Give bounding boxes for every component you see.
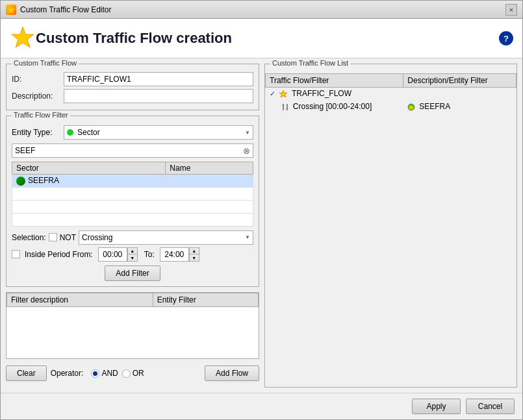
custom-traffic-flow-group: Custom Traffic Flow ID: Description: [6,64,259,110]
action-bar: Apply Cancel [1,393,522,419]
and-radio[interactable]: AND [91,369,118,378]
svg-marker-1 [12,27,34,47]
from-time-input[interactable] [98,247,127,262]
crossing-value: Crossing [82,233,245,242]
not-label: NOT [60,233,76,242]
sector-table: Sector Name SEEFRA [12,162,253,227]
right-col1: Traffic Flow/Filter [266,74,403,88]
filter-row-empty [7,306,259,319]
traffic-flow-body: ✓ TRAFFIC_FLOW [266,88,517,114]
entity-type-arrow: ▼ [245,130,250,136]
and-radio-circle [91,369,99,378]
window-icon [6,5,16,15]
check-icon: ✓ [270,90,275,97]
table-row[interactable]: SEEFRA [12,175,253,188]
crossing-arrow: ▼ [245,234,250,240]
page-title: Custom Traffic Flow creation [36,30,232,47]
flow-name: TRAFFIC_FLOW [292,89,351,98]
period-label: Inside Period From: [25,250,93,259]
operator-radio-group: AND OR [91,369,144,378]
table-row-empty [12,187,253,200]
to-label: To: [144,250,155,259]
entity-type-label: Entity Type: [12,128,64,137]
svg-marker-0 [7,6,16,14]
add-filter-button[interactable]: Add Filter [105,266,160,281]
filter-row-empty4 [7,345,259,358]
search-row: ⊗ [12,143,253,158]
right-col2: Description/Entity Filter [403,74,517,88]
from-time-down[interactable]: ▼ [128,254,137,261]
description-input[interactable] [64,89,253,103]
sector-cell: SEEFRA [12,175,166,188]
or-radio[interactable]: OR [122,369,144,378]
table-row[interactable]: Crossing [00:00-24:00] SEEFRA [266,100,517,113]
flow-row-col1: ✓ TRAFFIC_FLOW [266,88,403,101]
search-input[interactable] [15,146,243,155]
apply-button[interactable]: Apply [412,399,461,414]
add-filter-row: Add Filter [12,266,253,281]
filter-section-title: Traffic Flow Filter [12,111,70,119]
cancel-button[interactable]: Cancel [466,399,515,414]
sector-table-body: SEEFRA [12,175,253,227]
description-label: Description: [12,92,64,101]
id-label: ID: [12,75,64,84]
svg-marker-5 [282,104,285,106]
left-panel: Custom Traffic Flow ID: Description: Tra… [6,64,259,388]
crossing-row-col2: SEEFRA [403,100,517,113]
right-group-title: Custom Traffic Flow List [270,59,350,67]
title-bar: Custom Traffic Flow Editor × [1,1,522,19]
traffic-flow-filter: Traffic Flow Filter Entity Type: Sector … [6,116,259,287]
to-time-input[interactable] [160,247,189,262]
table-row[interactable]: ✓ TRAFFIC_FLOW [266,88,517,101]
id-input[interactable] [64,72,253,86]
clear-button[interactable]: Clear [6,365,47,381]
filter-col2: Entity Filter [153,293,258,306]
to-time-up[interactable]: ▲ [190,248,199,255]
main-window: Custom Traffic Flow Editor × Custom Traf… [0,0,523,420]
filter-col1: Filter description [7,293,153,306]
or-label: OR [133,369,144,378]
right-panel: Custom Traffic Flow List Traffic Flow/Fi… [264,64,517,388]
window-title: Custom Traffic Flow Editor [20,5,505,14]
filter-table-body [7,306,259,358]
sector-icon [16,177,25,186]
content-area: Custom Traffic Flow ID: Description: Tra… [1,58,522,393]
entity-type-row: Entity Type: Sector ▼ [12,125,253,140]
description-row: Description: [12,89,253,103]
add-flow-button[interactable]: Add Flow [205,365,259,381]
crossing-row-col1: Crossing [00:00-24:00] [266,100,403,113]
entity-type-dot [67,129,73,136]
or-radio-circle [122,369,131,378]
not-checkbox[interactable] [49,233,57,241]
operator-label: Operator: [51,369,84,378]
group-title: Custom Traffic Flow [12,59,79,67]
seefra-sector-icon [407,103,415,111]
selection-label: Selection: [12,233,46,242]
col-sector: Sector [12,162,166,175]
bottom-row: Clear Operator: AND OR Add Flow [6,365,259,381]
to-time-down[interactable]: ▼ [190,254,199,261]
filter-table-section: Filter description Entity Filter [6,292,259,360]
header: Custom Traffic Flow creation ? [1,19,522,58]
svg-marker-7 [286,108,288,110]
id-row: ID: [12,72,253,86]
table-row-empty3 [12,213,253,226]
filter-table: Filter description Entity Filter [6,293,259,359]
selection-row: Selection: NOT Crossing ▼ [12,230,253,245]
and-radio-dot [93,371,97,376]
crossing-icon [281,103,289,112]
crossing-label: Crossing [00:00-24:00] [293,102,372,111]
col-name: Name [166,162,253,175]
and-label: AND [101,369,118,378]
period-checkbox[interactable] [12,250,20,258]
period-row: Inside Period From: ▲ ▼ To: ▲ ▼ [12,247,253,262]
entity-type-dropdown[interactable]: Sector ▼ [64,125,253,140]
crossing-dropdown[interactable]: Crossing ▼ [79,230,253,245]
header-icon [10,25,36,51]
traffic-flow-list-group: Custom Traffic Flow List Traffic Flow/Fi… [264,64,517,388]
help-button[interactable]: ? [499,31,513,45]
search-clear-button[interactable]: ⊗ [243,146,250,156]
from-time-up[interactable]: ▲ [128,248,137,255]
traffic-flow-table: Traffic Flow/Filter Description/Entity F… [265,73,517,114]
close-button[interactable]: × [505,4,517,16]
